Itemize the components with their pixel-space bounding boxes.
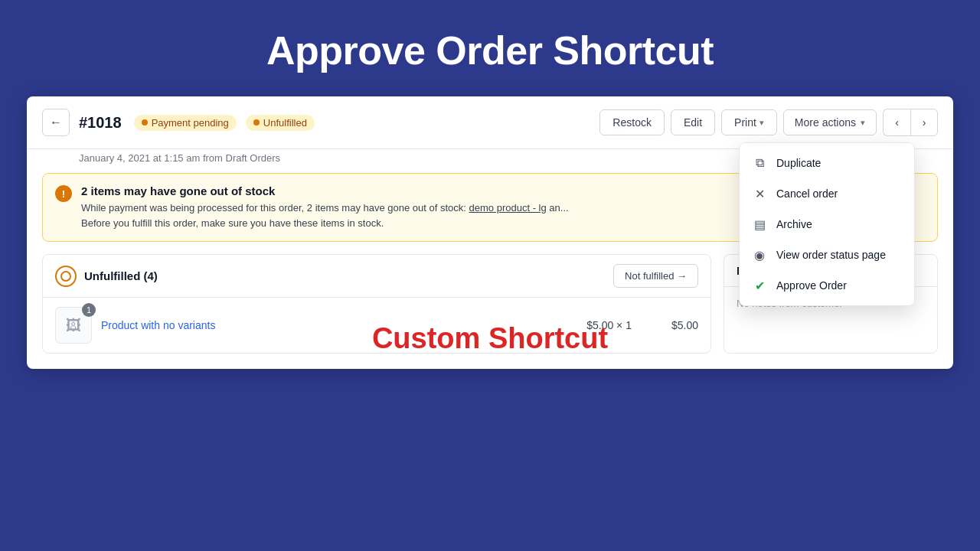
more-actions-button[interactable]: More actions ▾ [783, 109, 877, 135]
fulfillment-title-label: Unfulfilled (4) [84, 269, 158, 282]
product-thumbnail: 1 🖼 [55, 307, 92, 344]
approve-icon: ✔ [752, 278, 767, 293]
warning-link[interactable]: demo product - lg [469, 202, 547, 214]
dropdown-item-view-status[interactable]: ◉ View order status page [740, 240, 914, 270]
fulfillment-status-badge: Unfulfilled [246, 115, 315, 131]
fulfillment-status-icon [55, 266, 77, 287]
product-price: $5.00 × 1 [586, 319, 632, 331]
fulfillment-badge-dot [253, 119, 260, 126]
ui-card: ← #1018 Payment pending Unfulfilled Rest… [27, 96, 953, 369]
product-link[interactable]: Product with no variants [101, 319, 577, 331]
duplicate-icon: ⧉ [752, 155, 767, 171]
header-actions: Restock Edit Print ▾ More actions ▾ ‹ › [599, 109, 938, 136]
archive-icon: ▤ [752, 217, 767, 232]
nav-next-button[interactable]: › [910, 109, 938, 136]
dropdown-item-archive[interactable]: ▤ Archive [740, 209, 914, 240]
restock-button[interactable]: Restock [599, 109, 665, 135]
nav-prev-button[interactable]: ‹ [883, 109, 910, 136]
nav-arrows: ‹ › [883, 109, 938, 136]
product-total: $5.00 [671, 319, 698, 331]
more-actions-dropdown: ⧉ Duplicate ✕ Cancel order ▤ Archive ◉ V… [739, 142, 915, 306]
fulfillment-badge-label: Unfulfilled [263, 117, 307, 129]
dropdown-item-cancel[interactable]: ✕ Cancel order [740, 178, 914, 209]
order-header: ← #1018 Payment pending Unfulfilled Rest… [27, 96, 953, 149]
print-chevron-icon: ▾ [760, 118, 764, 128]
warning-title: 2 items may have gone out of stock [81, 184, 569, 197]
back-button[interactable]: ← [42, 109, 70, 136]
payment-badge-label: Payment pending [152, 117, 229, 129]
approve-label: Approve Order [776, 279, 847, 292]
more-actions-chevron-icon: ▾ [861, 118, 865, 128]
fulfillment-header: Unfulfilled (4) Not fulfilled → [43, 255, 710, 298]
payment-badge-dot [142, 119, 148, 126]
fulfillment-title: Unfulfilled (4) [55, 266, 158, 287]
view-status-label: View order status page [776, 249, 886, 261]
product-image-icon: 🖼 [66, 317, 81, 334]
fulfill-button[interactable]: Not fulfilled → [613, 264, 698, 288]
duplicate-label: Duplicate [776, 157, 821, 169]
dropdown-item-approve[interactable]: ✔ Approve Order [740, 270, 914, 301]
edit-button[interactable]: Edit [671, 109, 715, 135]
product-qty-badge: 1 [82, 303, 96, 317]
order-number: #1018 [79, 114, 122, 132]
warning-text-prefix: While payment was being processed for th… [81, 202, 469, 214]
print-label: Print [734, 116, 756, 129]
payment-status-badge: Payment pending [134, 115, 237, 131]
warning-text: While payment was being processed for th… [81, 201, 569, 230]
print-button[interactable]: Print ▾ [721, 109, 777, 135]
fulfillment-card: Unfulfilled (4) Not fulfilled → 1 🖼 Prod… [42, 254, 711, 354]
dropdown-item-duplicate[interactable]: ⧉ Duplicate [740, 148, 914, 178]
warning-content: 2 items may have gone out of stock While… [81, 184, 569, 230]
view-status-icon: ◉ [752, 247, 767, 262]
cancel-label: Cancel order [776, 187, 838, 200]
warning-text2: Before you fulfill this order, make sure… [81, 217, 384, 229]
warning-text-suffix: an... [547, 202, 569, 214]
warning-icon: ! [55, 185, 72, 202]
product-row: 1 🖼 Product with no variants $5.00 × 1 $… [43, 298, 710, 353]
archive-label: Archive [776, 218, 812, 230]
page-title: Approve Order Shortcut [266, 28, 714, 73]
more-actions-label: More actions [795, 116, 856, 129]
cancel-icon: ✕ [752, 186, 767, 201]
